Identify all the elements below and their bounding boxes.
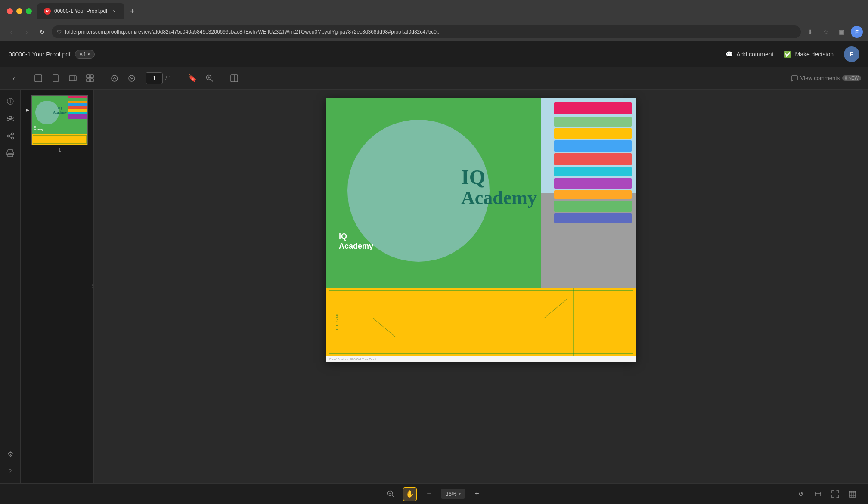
- single-page-button[interactable]: [49, 71, 62, 85]
- thumbnail-wrapper: IQAcademy IQAcademy 1: [31, 95, 88, 152]
- forward-button[interactable]: ›: [21, 26, 33, 38]
- toolbar-right: View comments 0 NEW: [791, 75, 861, 82]
- add-comment-button[interactable]: 💬 Add comment: [725, 50, 773, 58]
- svg-rect-26: [8, 150, 13, 152]
- app-title: 00000-1 Your Proof.pdf: [9, 51, 71, 58]
- bookmark-toolbar-button[interactable]: 🔖: [186, 71, 199, 85]
- doc-bottom-outline: [329, 290, 633, 354]
- tab-favicon: P: [44, 8, 51, 15]
- toolbar-separator-2: [102, 73, 102, 83]
- fit-all-button[interactable]: [846, 487, 859, 501]
- address-bar[interactable]: 🛡 folderprinterscom.proofhq.com/review/a…: [52, 25, 801, 38]
- sidebar-item-settings[interactable]: ⚙: [3, 447, 17, 461]
- make-decision-button[interactable]: ✅ Make decision: [784, 50, 834, 58]
- sidebar-item-people[interactable]: [3, 112, 17, 126]
- zoom-in-button[interactable]: +: [470, 487, 484, 501]
- page-down-button[interactable]: [125, 71, 139, 85]
- svg-point-22: [7, 135, 9, 137]
- comment-bubble-icon: 💬: [725, 50, 733, 58]
- svg-point-23: [11, 137, 13, 139]
- pocket-line-left: [388, 288, 388, 356]
- die-cut-label: DIE 2740: [335, 314, 338, 330]
- svg-point-21: [11, 133, 13, 135]
- svg-point-28: [12, 153, 12, 154]
- bookmark-icon[interactable]: ☆: [820, 26, 832, 38]
- fullscreen-button[interactable]: [828, 487, 842, 501]
- browser-chrome: P 00000-1 Your Proof.pdf × + ‹ › ↻ 🛡 fol…: [0, 0, 868, 41]
- svg-line-13: [211, 79, 213, 81]
- thumbnail-arrow-icon: ▶: [26, 108, 29, 112]
- new-count-badge: 0 NEW: [842, 75, 861, 81]
- download-icon[interactable]: ⬇: [804, 26, 816, 38]
- tab-label: 00000-1 Your Proof.pdf: [54, 8, 107, 14]
- document-top-section: IQ Academy IQAcademy: [326, 98, 636, 288]
- doc-footer: Proof Printers | 00000-1 Your Proof: [326, 356, 636, 362]
- close-traffic-light[interactable]: [7, 8, 13, 14]
- pocket-line-right: [574, 288, 574, 356]
- doc-fold-line: [481, 98, 481, 288]
- security-icon: 🛡: [57, 29, 62, 34]
- zoom-level-display[interactable]: 36% ▾: [441, 489, 465, 499]
- browser-titlebar: P 00000-1 Your Proof.pdf × +: [0, 0, 868, 22]
- reset-zoom-button[interactable]: ↺: [794, 487, 808, 501]
- refresh-button[interactable]: ↻: [36, 26, 48, 38]
- main-area: ⓘ: [0, 90, 868, 483]
- sidebar-item-print[interactable]: [3, 146, 17, 160]
- document-content: IQ Academy IQAcademy: [326, 98, 636, 362]
- zoom-percentage: 36%: [445, 491, 456, 497]
- zoom-chevron-icon: ▾: [459, 492, 461, 496]
- new-tab-button[interactable]: +: [126, 5, 138, 17]
- browser-user-avatar[interactable]: F: [851, 26, 863, 38]
- view-comments-button[interactable]: View comments 0 NEW: [791, 75, 861, 82]
- panel-resize-handle[interactable]: [92, 278, 93, 295]
- page-number-input[interactable]: [146, 72, 163, 84]
- sidebar-item-info[interactable]: ⓘ: [3, 95, 17, 108]
- svg-line-24: [9, 134, 11, 136]
- view-comments-label: View comments: [800, 75, 840, 81]
- minimize-traffic-light[interactable]: [16, 8, 22, 14]
- document-toolbar: ‹: [0, 67, 868, 90]
- thumbnail-image[interactable]: IQAcademy IQAcademy: [31, 95, 88, 145]
- browser-tab-active[interactable]: P 00000-1 Your Proof.pdf ×: [37, 3, 124, 19]
- add-comment-label: Add comment: [736, 51, 773, 58]
- svg-rect-0: [35, 75, 42, 82]
- doc-footer-text: Proof Printers | 00000-1 Your Proof: [329, 358, 376, 361]
- back-button[interactable]: ‹: [5, 26, 17, 38]
- doc-left-iq-text: IQAcademy: [339, 232, 373, 252]
- document-bottom-section: DIE 2740: [326, 288, 636, 356]
- sidebar-item-share[interactable]: [3, 129, 17, 143]
- zoom-out-button[interactable]: −: [422, 487, 436, 501]
- tab-close-button[interactable]: ×: [111, 8, 118, 15]
- zoom-tools-button[interactable]: [203, 71, 217, 85]
- page-up-button[interactable]: [108, 71, 121, 85]
- decision-checkmark-icon: ✅: [784, 50, 792, 58]
- split-view-button[interactable]: [227, 71, 241, 85]
- back-nav-button[interactable]: ‹: [7, 71, 21, 85]
- svg-line-25: [9, 136, 11, 138]
- svg-point-11: [129, 75, 135, 81]
- sidebar-toggle-icon[interactable]: ▣: [835, 26, 847, 38]
- toolbar-separator-4: [222, 73, 222, 83]
- fit-width-view-button[interactable]: [811, 487, 825, 501]
- hand-tool-button[interactable]: ✋: [403, 487, 417, 501]
- document-viewer[interactable]: IQ Academy IQAcademy: [94, 90, 868, 483]
- app-title-area: 00000-1 Your Proof.pdf v.1 ▾: [9, 50, 95, 59]
- maximize-traffic-light[interactable]: [26, 8, 32, 14]
- version-badge[interactable]: v.1 ▾: [75, 50, 95, 59]
- panel-toggle-button[interactable]: [31, 71, 45, 85]
- version-chevron-icon: ▾: [88, 52, 90, 56]
- page-input-container: / 1: [146, 72, 171, 84]
- page-thumbnail-number: 1: [31, 147, 88, 152]
- sidebar-item-help[interactable]: ?: [3, 464, 17, 478]
- user-avatar-button[interactable]: F: [844, 46, 859, 62]
- grid-view-button[interactable]: [83, 71, 97, 85]
- left-sidebar: ⓘ: [0, 90, 21, 483]
- version-label: v.1: [80, 51, 86, 57]
- zoom-fit-button[interactable]: [384, 487, 398, 501]
- document-page: IQ Academy IQAcademy: [326, 98, 636, 362]
- svg-point-10: [112, 75, 118, 81]
- toolbar-separator-1: [26, 73, 26, 83]
- toolbar-separator-3: [180, 73, 180, 83]
- fit-width-button[interactable]: [66, 71, 80, 85]
- svg-rect-7: [90, 75, 93, 78]
